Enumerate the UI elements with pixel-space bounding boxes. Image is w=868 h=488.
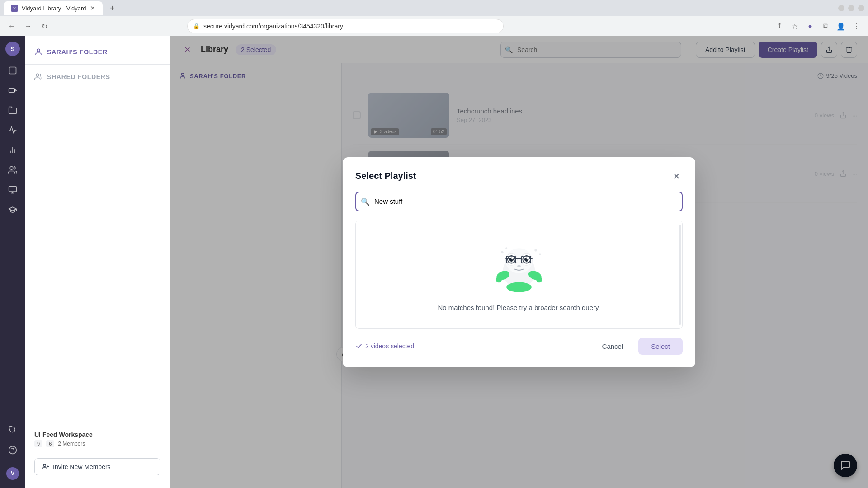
sidebar-icon-home[interactable] — [4, 61, 22, 80]
bookmark-button[interactable]: ☆ — [788, 20, 801, 33]
workspace-badge-2: 6 — [46, 440, 54, 447]
modal-search-wrapper: 🔍 — [355, 192, 683, 211]
svg-point-44 — [536, 277, 542, 282]
sidebar-icon-learn[interactable] — [4, 201, 22, 219]
svg-point-24 — [505, 247, 507, 249]
refresh-button[interactable]: ↻ — [38, 20, 51, 33]
forward-button[interactable]: → — [22, 20, 34, 33]
svg-point-23 — [501, 251, 504, 254]
sidebar-icons: S V — [0, 36, 25, 488]
svg-point-30 — [506, 282, 532, 292]
url-text: secure.vidyard.com/organizations/3454320… — [203, 23, 343, 30]
sidebar-icon-people[interactable] — [4, 161, 22, 179]
browser-actions: ⤴ ☆ ● ⧉ 👤 ⋮ — [773, 20, 863, 33]
svg-point-6 — [10, 167, 13, 170]
person-folder-icon — [34, 48, 42, 56]
modal-footer: 2 videos selected Cancel Select — [355, 338, 683, 355]
svg-marker-2 — [14, 89, 16, 92]
modal-search-icon: 🔍 — [361, 197, 370, 206]
browser-titlebar: V Vidyard Library - Vidyard ✕ + — [0, 0, 868, 16]
sidebar-icon-video[interactable] — [4, 81, 22, 99]
svg-point-34 — [509, 258, 514, 262]
svg-point-35 — [511, 258, 513, 260]
main-content: ✕ Library 2 Selected 🔍 Add to Playlist C… — [170, 36, 868, 488]
sidebar-icon-screen[interactable] — [4, 181, 22, 199]
invite-members-button[interactable]: Invite New Members — [34, 458, 160, 475]
videos-selected-indicator: 2 videos selected — [355, 343, 414, 350]
workspace-info: UI Feed Workspace 9 6 2 Members — [25, 426, 170, 453]
shared-folder-icon — [34, 73, 42, 81]
lock-icon: 🔒 — [193, 23, 200, 29]
minimize-button[interactable] — [838, 5, 844, 11]
workspace-title: UI Feed Workspace — [34, 431, 160, 438]
no-results-mascot — [490, 238, 548, 296]
new-tab-button[interactable]: + — [106, 2, 119, 14]
browser-toolbar: ← → ↻ 🔒 secure.vidyard.com/organizations… — [0, 16, 868, 36]
back-button[interactable]: ← — [5, 20, 18, 33]
tab-close-icon[interactable]: ✕ — [90, 5, 95, 12]
svg-point-26 — [539, 253, 541, 255]
invite-icon — [42, 463, 49, 470]
svg-point-40 — [517, 265, 520, 267]
sidebar-icon-chart[interactable] — [4, 141, 22, 159]
menu-button[interactable]: ⋮ — [850, 20, 863, 33]
extensions-button[interactable]: ⧉ — [819, 20, 832, 33]
modal-scrollbar[interactable] — [679, 225, 681, 325]
sarahs-folder-item[interactable]: SARAH'S FOLDER — [25, 43, 170, 61]
share-browser-button[interactable]: ⤴ — [773, 20, 786, 33]
left-panel: SARAH'S FOLDER SHARED FOLDERS UI Feed Wo… — [25, 36, 170, 488]
invite-button-label: Invite New Members — [53, 463, 111, 470]
maximize-button[interactable] — [848, 5, 854, 11]
videos-selected-text: 2 videos selected — [365, 343, 414, 350]
shared-folders-label: SHARED FOLDERS — [47, 73, 110, 80]
workspace-badge-1: 9 — [34, 440, 42, 447]
window-controls — [838, 5, 864, 11]
select-button[interactable]: Select — [638, 338, 683, 355]
modal-content-area: No matches found! Please try a broader s… — [355, 221, 683, 329]
browser-tab[interactable]: V Vidyard Library - Vidyard ✕ — [4, 1, 103, 15]
profile-button[interactable]: 👤 — [835, 20, 847, 33]
select-playlist-modal: Select Playlist ✕ 🔍 — [343, 157, 695, 367]
svg-point-12 — [37, 49, 40, 52]
sidebar-icon-folder[interactable] — [4, 101, 22, 119]
modal-close-button[interactable]: ✕ — [670, 170, 683, 183]
app-container: S V — [0, 36, 868, 488]
modal-overlay: Select Playlist ✕ 🔍 — [170, 36, 868, 488]
workspace-members: 2 Members — [58, 441, 85, 447]
svg-point-13 — [36, 74, 39, 76]
svg-point-25 — [534, 249, 537, 252]
empty-state-text: No matches found! Please try a broader s… — [438, 304, 600, 311]
sidebar-icon-analytics[interactable] — [4, 121, 22, 139]
browser-favicon: V — [11, 5, 18, 12]
user-avatar[interactable]: S — [5, 42, 20, 56]
sidebar-icon-help[interactable] — [4, 441, 22, 459]
check-icon — [355, 343, 363, 350]
modal-header: Select Playlist ✕ — [355, 170, 683, 183]
vidyard-extension-icon[interactable]: ● — [804, 20, 816, 33]
workspace-meta: 9 6 2 Members — [34, 440, 160, 447]
browser-chrome: V Vidyard Library - Vidyard ✕ + ← → ↻ 🔒 … — [0, 0, 868, 36]
svg-point-39 — [527, 258, 528, 260]
modal-search-input[interactable] — [355, 192, 683, 211]
svg-rect-1 — [9, 89, 15, 92]
url-bar[interactable]: 🔒 secure.vidyard.com/organizations/34543… — [187, 19, 504, 33]
svg-rect-7 — [9, 187, 17, 192]
sarahs-folder-label: SARAH'S FOLDER — [47, 48, 108, 56]
modal-title: Select Playlist — [355, 171, 416, 181]
sidebar-icon-settings[interactable] — [4, 421, 22, 439]
svg-point-14 — [43, 464, 46, 466]
shared-folders-item[interactable]: SHARED FOLDERS — [25, 68, 170, 85]
svg-rect-0 — [9, 67, 16, 74]
empty-state: No matches found! Please try a broader s… — [438, 238, 600, 311]
browser-tab-title: Vidyard Library - Vidyard — [22, 5, 86, 12]
modal-actions: Cancel Select — [591, 338, 683, 355]
svg-point-43 — [496, 277, 502, 282]
close-window-button[interactable] — [858, 5, 864, 11]
sidebar-icon-vidyard-logo[interactable]: V — [4, 465, 22, 483]
folder-divider — [25, 64, 170, 65]
cancel-button[interactable]: Cancel — [591, 338, 634, 355]
svg-point-38 — [524, 258, 528, 262]
